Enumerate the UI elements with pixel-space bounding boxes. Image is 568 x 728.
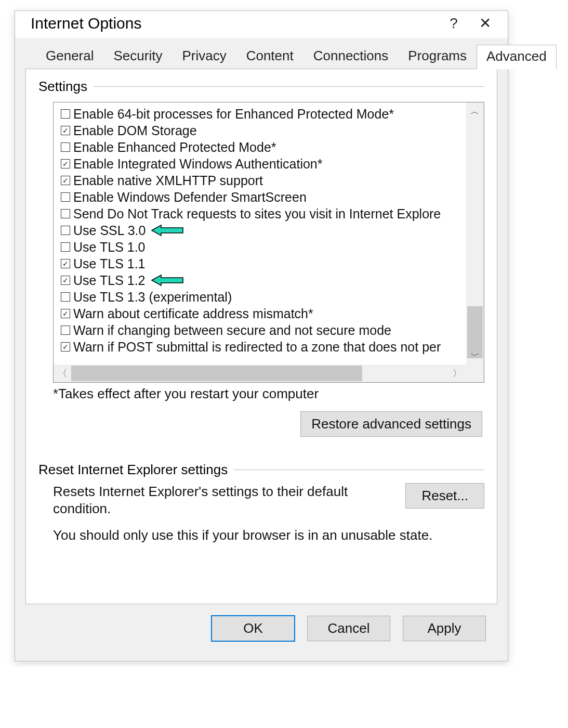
checkbox-icon[interactable] xyxy=(61,292,70,302)
scroll-right-arrow-icon[interactable]: 〉 xyxy=(448,365,466,382)
tab-privacy[interactable]: Privacy xyxy=(172,44,236,69)
reset-group-label: Reset Internet Explorer settings xyxy=(38,462,234,478)
reset-description: Resets Internet Explorer's settings to t… xyxy=(53,483,395,517)
titlebar: Internet Options ? ✕ xyxy=(15,11,508,38)
restore-advanced-settings-button[interactable]: Restore advanced settings xyxy=(300,411,482,437)
settings-item[interactable]: Enable Enhanced Protected Mode* xyxy=(61,139,466,155)
scroll-up-arrow-icon[interactable]: ︿ xyxy=(466,102,484,120)
checkbox-icon[interactable] xyxy=(61,109,70,119)
settings-item[interactable]: Use SSL 3.0 xyxy=(61,222,466,239)
reset-button[interactable]: Reset... xyxy=(405,483,484,509)
settings-item[interactable]: Enable native XMLHTTP support xyxy=(61,172,466,189)
checkbox-icon[interactable] xyxy=(61,309,70,318)
settings-item-label: Send Do Not Track requests to sites you … xyxy=(73,206,441,222)
checkbox-icon[interactable] xyxy=(61,142,70,152)
restart-footnote: *Takes effect after you restart your com… xyxy=(53,386,484,402)
settings-item-label: Enable Enhanced Protected Mode* xyxy=(73,140,276,155)
settings-item[interactable]: Warn if changing between secure and not … xyxy=(61,322,466,339)
tab-security[interactable]: Security xyxy=(104,44,173,69)
tab-advanced[interactable]: Advanced xyxy=(477,45,557,69)
settings-item-label: Use TLS 1.2 xyxy=(73,273,146,288)
checkbox-icon[interactable] xyxy=(61,259,70,268)
checkbox-icon[interactable] xyxy=(61,176,70,185)
annotation-left-arrow-icon xyxy=(151,224,184,237)
settings-item-label: Enable 64-bit processes for Enhanced Pro… xyxy=(73,107,394,122)
checkbox-icon[interactable] xyxy=(61,226,70,235)
settings-item[interactable]: Enable Windows Defender SmartScreen xyxy=(61,189,466,205)
settings-item[interactable]: Send Do Not Track requests to sites you … xyxy=(61,205,466,222)
settings-item-label: Enable DOM Storage xyxy=(73,123,197,138)
settings-item-label: Warn about certificate address mismatch* xyxy=(73,306,313,321)
checkbox-icon[interactable] xyxy=(61,126,70,135)
scroll-left-arrow-icon[interactable]: 〈 xyxy=(54,365,71,382)
close-button[interactable]: ✕ xyxy=(469,14,500,33)
checkbox-icon[interactable] xyxy=(61,159,70,168)
tab-connections[interactable]: Connections xyxy=(303,44,399,69)
svg-marker-1 xyxy=(152,275,183,285)
settings-item-label: Use TLS 1.0 xyxy=(73,240,146,255)
settings-item[interactable]: Use TLS 1.0 xyxy=(61,239,466,255)
tab-content[interactable]: Content xyxy=(236,44,303,69)
group-divider xyxy=(94,86,484,87)
settings-item-label: Warn if changing between secure and not … xyxy=(73,323,391,338)
horizontal-scroll-thumb[interactable] xyxy=(71,366,362,381)
settings-group-label: Settings xyxy=(38,79,94,95)
reset-group: Reset Internet Explorer settings Resets … xyxy=(38,462,484,543)
checkbox-icon[interactable] xyxy=(61,326,70,335)
settings-item-label: Enable Windows Defender SmartScreen xyxy=(73,190,307,205)
advanced-tab-sheet: Settings Enable 64-bit processes for Enh… xyxy=(25,69,497,604)
internet-options-dialog: Internet Options ? ✕ GeneralSecurityPriv… xyxy=(15,10,508,661)
dialog-title: Internet Options xyxy=(31,15,438,32)
tab-general[interactable]: General xyxy=(36,44,104,69)
checkbox-icon[interactable] xyxy=(61,192,70,202)
settings-item-label: Warn if POST submittal is redirected to … xyxy=(73,340,441,355)
settings-group: Settings Enable 64-bit processes for Enh… xyxy=(38,79,484,437)
settings-item-label: Enable native XMLHTTP support xyxy=(73,173,263,188)
settings-item[interactable]: Warn about certificate address mismatch* xyxy=(61,305,466,322)
help-button[interactable]: ? xyxy=(438,14,469,33)
reset-warning-text: You should only use this if your browser… xyxy=(53,527,484,543)
vertical-scrollbar[interactable]: ︿ ﹀ xyxy=(466,102,484,365)
settings-listbox[interactable]: Enable 64-bit processes for Enhanced Pro… xyxy=(53,102,484,383)
settings-item[interactable]: Use TLS 1.2 xyxy=(61,272,466,289)
scrollbar-corner xyxy=(466,365,484,382)
settings-item[interactable]: Warn if POST submittal is redirected to … xyxy=(61,339,466,355)
settings-item[interactable]: Enable 64-bit processes for Enhanced Pro… xyxy=(61,106,466,122)
group-divider xyxy=(234,470,484,470)
settings-item[interactable]: Enable Integrated Windows Authentication… xyxy=(61,155,466,172)
checkbox-icon[interactable] xyxy=(61,242,70,252)
annotation-left-arrow-icon xyxy=(151,274,184,287)
checkbox-icon[interactable] xyxy=(61,209,70,218)
horizontal-scrollbar[interactable]: 〈 〉 xyxy=(54,365,466,382)
settings-item[interactable]: Enable DOM Storage xyxy=(61,122,466,139)
checkbox-icon[interactable] xyxy=(61,342,70,352)
settings-item[interactable]: Use TLS 1.1 xyxy=(61,255,466,272)
checkbox-icon[interactable] xyxy=(61,276,70,285)
svg-marker-0 xyxy=(152,225,183,236)
tab-programs[interactable]: Programs xyxy=(398,44,477,69)
apply-button[interactable]: Apply xyxy=(403,616,486,641)
tab-strip: GeneralSecurityPrivacyContentConnections… xyxy=(36,44,497,69)
settings-item[interactable]: Use TLS 1.3 (experimental) xyxy=(61,289,466,305)
ok-button[interactable]: OK xyxy=(212,616,295,641)
scroll-down-arrow-icon[interactable]: ﹀ xyxy=(466,347,484,365)
settings-item-label: Use TLS 1.3 (experimental) xyxy=(73,290,232,305)
cancel-button[interactable]: Cancel xyxy=(307,616,390,641)
settings-item-label: Use TLS 1.1 xyxy=(73,256,146,271)
dialog-button-bar: OK Cancel Apply xyxy=(25,604,497,652)
settings-item-label: Enable Integrated Windows Authentication… xyxy=(73,157,322,172)
dialog-body: GeneralSecurityPrivacyContentConnections… xyxy=(15,38,508,661)
settings-item-label: Use SSL 3.0 xyxy=(73,223,146,238)
